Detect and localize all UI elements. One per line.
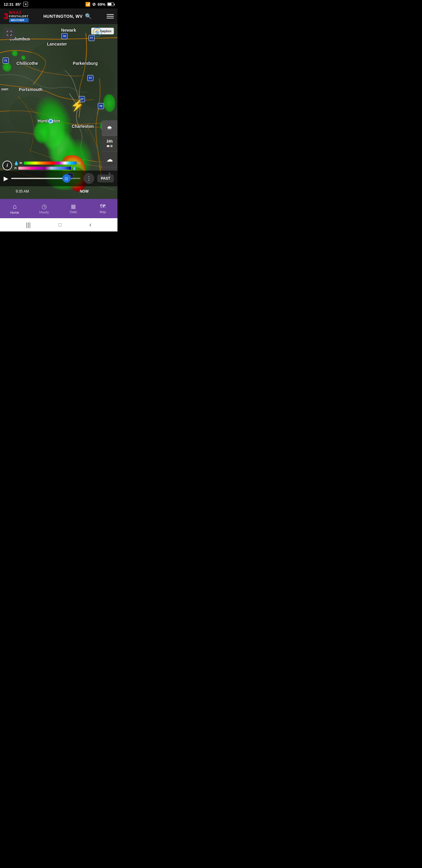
- battery-pct: 69%: [98, 2, 105, 7]
- info-button[interactable]: i: [2, 161, 12, 170]
- status-bar: 12:31 85° ✕ 📶 ⊘ 69%: [0, 0, 118, 8]
- wifi-icon: 📶: [85, 2, 90, 7]
- panel-24h-label: 24h: [107, 139, 113, 144]
- options-dots-icon: ⋮: [86, 175, 92, 182]
- info-icon: i: [7, 163, 8, 168]
- nav-hourly[interactable]: ◷ Hourly: [30, 201, 59, 216]
- snowflake-icon-right: ❄: [78, 161, 81, 165]
- panel-precip-button[interactable]: 🌧: [102, 120, 118, 136]
- map-icon: 🗺: [100, 204, 105, 209]
- shield-i77-ne: 77: [88, 35, 95, 41]
- raindrop-icon: 💧🌨: [14, 161, 23, 165]
- home-icon: ⌂: [13, 203, 17, 210]
- panel-cloud-button[interactable]: ☁: [102, 152, 118, 167]
- legend-bar: i 💧🌨 ❄ 🌨 💧: [2, 161, 81, 170]
- menu-button[interactable]: [107, 14, 114, 19]
- nav-hourly-label: Hourly: [39, 210, 49, 214]
- legend-row-1: 💧🌨 ❄: [14, 161, 81, 165]
- start-time-label: 9:35 AM: [16, 189, 29, 193]
- svg-point-0: [30, 42, 78, 72]
- menu-line-2: [107, 16, 114, 17]
- back-button[interactable]: ‹: [89, 221, 91, 229]
- location-target-icon: ⊕: [96, 30, 99, 35]
- expand-icon: ⛶: [7, 30, 12, 37]
- options-button[interactable]: ⋮: [84, 173, 94, 184]
- city-portsmouth: Portsmouth: [19, 87, 42, 92]
- play-button[interactable]: ▶: [4, 175, 8, 182]
- menu-line-1: [107, 14, 114, 15]
- first-alert-text: FIRSTALERT: [9, 15, 29, 18]
- city-lancaster: Lancaster: [47, 41, 67, 46]
- battery-icon: [107, 2, 114, 6]
- precip-gradient: [24, 161, 76, 164]
- menu-line-3: [107, 18, 114, 19]
- now-label: NOW: [80, 189, 89, 193]
- app-header: 3 WSAZ FIRSTALERT WEATHER HUNTINGTON, WV…: [0, 8, 118, 24]
- recents-button[interactable]: |||: [26, 221, 31, 228]
- city-newark: Newark: [61, 28, 76, 33]
- timeline-fill: [11, 178, 67, 179]
- nav-home-label: Home: [10, 211, 19, 214]
- city-chillicothe: Chillicothe: [17, 61, 38, 66]
- logo-number: 3: [4, 12, 8, 21]
- cloud-icon: ☁: [106, 156, 113, 163]
- raindrop-snowflake-icon: 🌧: [107, 125, 112, 131]
- expand-button[interactable]: ⛶: [4, 28, 15, 39]
- nav-map-label: Map: [100, 210, 106, 214]
- timeline-track[interactable]: |||: [11, 178, 80, 179]
- status-left: 12:31 85° ✕: [4, 2, 28, 7]
- home-sys-button[interactable]: □: [59, 222, 61, 227]
- location-text: HUNTINGTON, WV: [43, 14, 83, 19]
- search-icon[interactable]: 🔍: [85, 13, 92, 20]
- bottom-nav: ⌂ Home ◷ Hourly ▦ Daily 🗺 Map: [0, 199, 118, 218]
- city-charleston: Charleston: [72, 124, 94, 129]
- shield-i71: 71: [2, 57, 9, 64]
- status-right: 📶 ⊘ 69%: [85, 2, 114, 7]
- shield-i77-mid: 77: [87, 75, 94, 82]
- legend-row-2: 🌨 💧: [14, 166, 81, 170]
- time-display: 12:31: [4, 2, 13, 7]
- playback-bar: ▶ ||| ⋮ PAST: [0, 170, 118, 186]
- rain-snow-icon: 🌧❄: [106, 144, 113, 148]
- timeline-thumb[interactable]: |||: [62, 174, 71, 183]
- weather-badge: WEATHER: [9, 18, 29, 22]
- no-disturb-icon: ⊘: [92, 2, 96, 7]
- past-button[interactable]: PAST: [97, 175, 114, 182]
- location-target-button[interactable]: ⊕: [93, 28, 102, 37]
- temp-display: 85°: [15, 2, 21, 7]
- raindrop-icon-2: 💧: [72, 166, 76, 170]
- pause-lines-icon: |||: [65, 176, 68, 181]
- snow-gradient: [19, 167, 71, 170]
- shield-i79: 79: [98, 103, 104, 110]
- map-container[interactable]: Columbus Newark Lancaster Chillicothe Pa…: [0, 24, 118, 199]
- nav-home[interactable]: ⌂ Home: [0, 201, 30, 217]
- shield-i70: 70: [61, 33, 68, 39]
- nav-daily[interactable]: ▦ Daily: [59, 201, 88, 216]
- lightning-bolt: ⚡: [70, 99, 84, 112]
- city-parkersburg: Parkersburg: [73, 61, 98, 66]
- header-location: HUNTINGTON, WV 🔍: [43, 13, 92, 20]
- nav-map[interactable]: 🗺 Map: [88, 201, 118, 216]
- snowflake-icon-2: 🌨: [14, 166, 17, 170]
- system-nav: ||| □ ‹: [0, 218, 118, 231]
- close-icon[interactable]: ✕: [23, 2, 28, 7]
- panel-24h-button[interactable]: 24h 🌧❄: [102, 136, 118, 152]
- logo: 3 WSAZ FIRSTALERT WEATHER: [4, 10, 29, 22]
- hourly-icon: ◷: [41, 204, 47, 210]
- location-dot: [48, 119, 53, 123]
- wsaz-text: WSAZ: [9, 10, 29, 14]
- nav-daily-label: Daily: [70, 210, 77, 214]
- city-own: own: [1, 87, 8, 91]
- daily-icon: ▦: [71, 204, 76, 209]
